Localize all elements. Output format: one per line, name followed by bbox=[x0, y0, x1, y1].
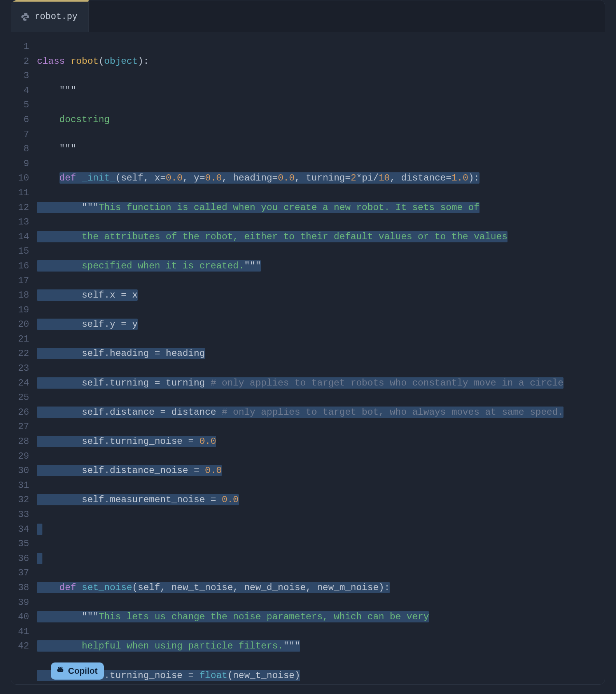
line-number: 21 bbox=[11, 332, 32, 347]
line-number: 42 bbox=[11, 639, 32, 654]
line-number: 25 bbox=[11, 390, 32, 405]
copilot-suggestion-chip[interactable]: Copilot bbox=[51, 662, 104, 680]
code-line: self.turning = turning # only applies to… bbox=[37, 376, 605, 391]
python-icon bbox=[21, 12, 30, 21]
tab-filename: robot.py bbox=[35, 12, 77, 22]
code-line: helpful when using particle filters.""" bbox=[37, 639, 605, 654]
line-number: 20 bbox=[11, 317, 32, 332]
line-number: 6 bbox=[11, 112, 32, 127]
line-number: 8 bbox=[11, 142, 32, 156]
line-number: 19 bbox=[11, 303, 32, 317]
svg-point-1 bbox=[59, 670, 60, 671]
line-number: 28 bbox=[11, 434, 32, 449]
line-number: 15 bbox=[11, 244, 32, 259]
code-area[interactable]: class robot(object): """ docstring """ d… bbox=[32, 32, 605, 684]
code-line: """ bbox=[37, 142, 605, 156]
line-number: 12 bbox=[11, 200, 32, 215]
line-number: 2 bbox=[11, 54, 32, 69]
code-line: self.y = y bbox=[37, 317, 605, 332]
line-number: 16 bbox=[11, 259, 32, 273]
svg-point-2 bbox=[61, 670, 62, 671]
line-number: 33 bbox=[11, 507, 32, 522]
code-line: """This function is called when you crea… bbox=[37, 200, 605, 215]
line-number: 9 bbox=[11, 156, 32, 171]
line-number: 24 bbox=[11, 376, 32, 391]
line-number: 17 bbox=[11, 273, 32, 288]
line-number: 13 bbox=[11, 215, 32, 230]
editor-body: 1234567891011121314151617181920212223242… bbox=[11, 32, 605, 684]
code-line: """ bbox=[37, 83, 605, 98]
code-line: class robot(object): bbox=[37, 54, 605, 69]
line-number: 14 bbox=[11, 230, 32, 244]
svg-rect-0 bbox=[57, 668, 63, 672]
code-line: self.distance = distance # only applies … bbox=[37, 405, 605, 420]
line-number: 4 bbox=[11, 83, 32, 98]
line-number: 39 bbox=[11, 595, 32, 610]
line-number: 36 bbox=[11, 551, 32, 566]
line-number: 23 bbox=[11, 361, 32, 376]
line-number: 1 bbox=[11, 39, 32, 54]
line-number: 32 bbox=[11, 492, 32, 507]
copilot-label: Copilot bbox=[68, 666, 98, 676]
line-number: 18 bbox=[11, 288, 32, 303]
line-gutter: 1234567891011121314151617181920212223242… bbox=[11, 32, 32, 684]
line-number: 30 bbox=[11, 463, 32, 478]
code-line: the attributes of the robot, either to t… bbox=[37, 230, 605, 244]
code-line bbox=[37, 522, 605, 537]
line-number: 29 bbox=[11, 449, 32, 464]
code-line: def _init_(self, x=0.0, y=0.0, heading=0… bbox=[37, 171, 605, 186]
line-number: 3 bbox=[11, 68, 32, 83]
code-line: docstring bbox=[37, 112, 605, 127]
code-line: specified when it is created.""" bbox=[37, 259, 605, 273]
code-line: self.turning_noise = 0.0 bbox=[37, 434, 605, 449]
line-number: 27 bbox=[11, 419, 32, 434]
line-number: 10 bbox=[11, 171, 32, 186]
code-line: """This lets us change the noise paramet… bbox=[37, 610, 605, 624]
code-line: self.turning_noise = float(new_t_noise) bbox=[37, 668, 605, 683]
editor-frame: robot.py 1234567891011121314151617181920… bbox=[11, 0, 605, 685]
code-line: self.measurement_noise = 0.0 bbox=[37, 492, 605, 507]
line-number: 22 bbox=[11, 346, 32, 361]
line-number: 26 bbox=[11, 405, 32, 420]
code-line: self.heading = heading bbox=[37, 346, 605, 361]
line-number: 34 bbox=[11, 522, 32, 537]
line-number: 41 bbox=[11, 624, 32, 639]
tab-bar: robot.py bbox=[11, 0, 605, 32]
line-number: 35 bbox=[11, 536, 32, 551]
line-number: 40 bbox=[11, 610, 32, 624]
code-line: self.distance_noise = 0.0 bbox=[37, 463, 605, 478]
file-tab-robot[interactable]: robot.py bbox=[11, 0, 89, 32]
copilot-icon bbox=[56, 665, 65, 677]
code-line: self.x = x bbox=[37, 288, 605, 303]
line-number: 7 bbox=[11, 127, 32, 142]
line-number: 37 bbox=[11, 566, 32, 580]
code-line: def set_noise(self, new_t_noise, new_d_n… bbox=[37, 580, 605, 595]
line-number: 11 bbox=[11, 186, 32, 200]
line-number: 38 bbox=[11, 580, 32, 595]
line-number: 31 bbox=[11, 478, 32, 493]
line-number: 5 bbox=[11, 98, 32, 112]
code-line bbox=[37, 551, 605, 566]
